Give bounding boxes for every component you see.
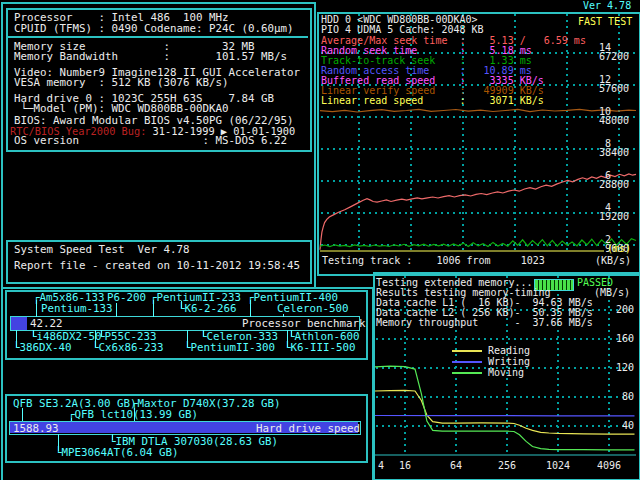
hdd-interface-row: PIO 4 UDMA 5 Cache: 2048 KB <box>321 25 484 35</box>
system-speed-test-screen: Processor : Intel 486 100 MHz CPUID (TFM… <box>0 0 640 480</box>
cpuid-row: CPUID (TFMS) : 0490 Codename: P24C (0.60… <box>14 24 294 34</box>
version-label: Ver 4.78 <box>583 1 631 11</box>
legend-reading-label: Reading <box>488 346 530 356</box>
hdd-ref-mpe3064: └MPE3064AT(6.04 GB) <box>55 448 179 458</box>
metric-linear-read: Linear read speed : 3071 KB/s <box>321 96 544 106</box>
mem-axis-40: 40 <box>594 421 634 431</box>
cpu-ref-celeron-500: Celeron-500 <box>277 304 349 314</box>
legend-writing-label: Writing <box>488 357 530 367</box>
cpu-ref-pii-300: └PentiumII-300 <box>184 343 275 353</box>
axis-kbs-19200: 19200 <box>581 212 629 222</box>
hdd-benchmark-label: Hard drive speed <box>256 424 360 434</box>
cpu-benchmark-label: Processor benchmark <box>242 319 366 329</box>
cpu-ref-386dx-40: └386DX-40 <box>13 343 72 353</box>
mem-xaxis-256: 256 <box>498 461 516 471</box>
memory-throughput-row: Memory throughput - 37.66 MB/s <box>376 318 593 328</box>
mem-axis-80: 80 <box>594 392 634 402</box>
axis-kbs-67200: 67200 <box>581 52 629 62</box>
axis-kbs-28800: 28800 <box>581 180 629 190</box>
mem-xaxis-4096: 4096 <box>597 461 621 471</box>
cpu-ref-k6-iii: └K6-III-500 <box>284 343 356 353</box>
unit-ms-label: (ms) <box>607 244 631 254</box>
cpu-ref-k6-2-266: └K6-2-266 <box>178 304 237 314</box>
memory-unit-label: (MB/s) <box>594 288 630 298</box>
cpu-ref-pentium-133: Pentium-133 <box>41 304 113 314</box>
connector <box>116 303 117 317</box>
axis-kbs-57600: 57600 <box>581 84 629 94</box>
app-title: System Speed Test Ver 4.78 <box>14 245 190 255</box>
hdd-model-row: └─Model (PM): WDC WD800BB-00DKA0 <box>14 104 229 114</box>
memory-bw-row: Memory Bandwidth : 101.57 MB/s <box>14 52 287 62</box>
cpu-benchmark-value: 42.22 <box>30 319 63 329</box>
os-row: OS version : MS-DOS 6.22 <box>14 136 287 146</box>
legend-writing-line-icon <box>452 361 482 363</box>
unit-kbs-label: (KB/s) <box>595 256 631 266</box>
axis-kbs-38400: 38400 <box>581 148 629 158</box>
testing-track-status: Testing track : 1006 from 1023 <box>322 256 545 266</box>
fast-test-badge: FAST TEST <box>578 17 632 27</box>
legend-moving-label: Moving <box>488 368 524 378</box>
mem-xaxis-4: 4 <box>378 461 384 471</box>
mem-axis-120: 120 <box>594 363 634 373</box>
mem-axis-200: 200 <box>594 305 634 315</box>
vesa-row: VESA memory : 512 KB (3076 KB/s) <box>14 78 229 88</box>
report-file-info: Report file - created on 10-11-2012 19:5… <box>14 261 300 271</box>
cpu-ref-p6-200: P6-200 <box>107 293 146 303</box>
cpu-ref-cx6x86: └Cx6x86-233 <box>92 343 164 353</box>
legend-moving-line-icon <box>452 372 482 374</box>
mem-xaxis-64: 64 <box>450 461 462 471</box>
hdd-benchmark-value: 1588.93 <box>13 424 59 434</box>
mem-xaxis-16: 16 <box>399 461 411 471</box>
axis-kbs-48000: 48000 <box>581 116 629 126</box>
hdd-ref-qfb-lct10: ┌QFB lct10(13.99 GB) <box>68 410 198 420</box>
mem-xaxis-1024: 1024 <box>546 461 570 471</box>
legend-reading-line-icon <box>452 350 482 352</box>
mem-axis-160: 160 <box>594 334 634 344</box>
